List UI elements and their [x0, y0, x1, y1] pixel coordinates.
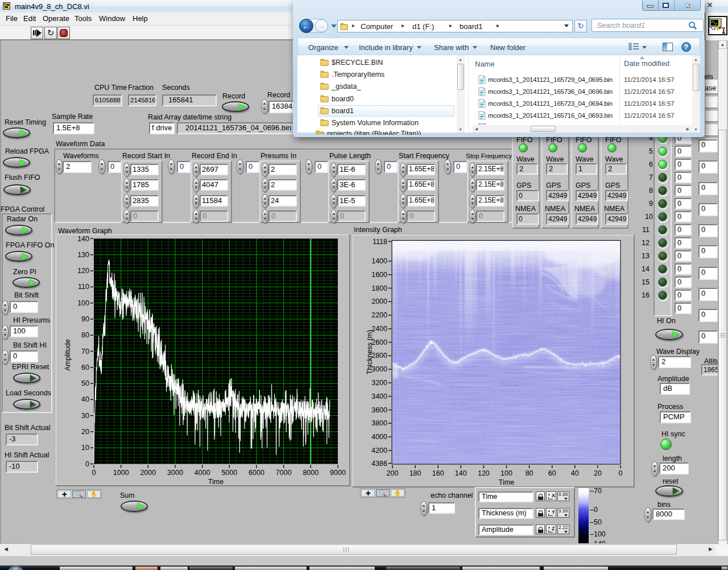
svg-text:140: 140 [455, 469, 467, 477]
svg-text:2400: 2400 [371, 325, 387, 333]
svg-text:9000: 9000 [330, 469, 346, 477]
svg-text:3000: 3000 [371, 365, 387, 373]
svg-text:30: 30 [81, 412, 89, 420]
svg-text:100: 100 [77, 299, 89, 307]
svg-text:3200: 3200 [371, 379, 387, 387]
svg-text:70: 70 [81, 348, 89, 356]
svg-text:6000: 6000 [249, 469, 264, 477]
svg-text:80: 80 [81, 331, 89, 339]
svg-text:2600: 2600 [371, 338, 387, 346]
svg-text:Thickness (m): Thickness (m) [366, 330, 374, 374]
svg-text:10: 10 [81, 444, 89, 452]
svg-text:0: 0 [85, 460, 89, 468]
svg-text:Time: Time [208, 478, 224, 486]
svg-text:50: 50 [81, 379, 89, 387]
svg-text:0: 0 [619, 469, 623, 477]
svg-text:120: 120 [478, 469, 490, 477]
svg-text:0: 0 [92, 469, 96, 477]
svg-text:80: 80 [526, 469, 533, 477]
svg-text:3400: 3400 [371, 393, 387, 400]
svg-text:90: 90 [81, 315, 89, 323]
svg-text:140: 140 [77, 235, 89, 243]
svg-text:4000: 4000 [195, 469, 210, 477]
svg-text:3000: 3000 [167, 469, 183, 477]
svg-text:2800: 2800 [371, 352, 387, 360]
svg-text:100: 100 [500, 469, 512, 477]
svg-text:1000: 1000 [113, 469, 129, 477]
svg-text:4386: 4386 [371, 460, 387, 468]
svg-text:5000: 5000 [221, 469, 237, 477]
svg-text:3600: 3600 [371, 406, 387, 414]
svg-text:1600: 1600 [371, 271, 387, 279]
svg-text:2000: 2000 [140, 469, 156, 477]
svg-text:Amplitude: Amplitude [64, 339, 72, 371]
svg-text:2200: 2200 [371, 311, 387, 319]
svg-text:1400: 1400 [371, 257, 387, 265]
svg-text:7000: 7000 [276, 469, 292, 477]
svg-text:2000: 2000 [371, 298, 387, 305]
svg-text:200: 200 [387, 469, 399, 477]
svg-text:3800: 3800 [371, 419, 387, 427]
svg-text:20: 20 [81, 428, 89, 436]
svg-text:1800: 1800 [371, 284, 387, 292]
svg-text:4200: 4200 [371, 447, 387, 455]
svg-text:180: 180 [410, 469, 421, 477]
svg-text:4000: 4000 [371, 433, 387, 441]
svg-text:Time: Time [499, 478, 514, 486]
svg-text:60: 60 [81, 364, 89, 371]
svg-text:160: 160 [432, 469, 444, 477]
svg-text:40: 40 [571, 469, 579, 477]
svg-text:40: 40 [81, 395, 89, 403]
svg-text:1118: 1118 [373, 238, 387, 246]
svg-text:120: 120 [77, 267, 89, 275]
svg-text:110: 110 [78, 283, 89, 291]
svg-text:8000: 8000 [303, 469, 318, 477]
svg-text:60: 60 [548, 469, 556, 477]
svg-text:130: 130 [77, 251, 89, 259]
svg-text:20: 20 [594, 469, 602, 477]
